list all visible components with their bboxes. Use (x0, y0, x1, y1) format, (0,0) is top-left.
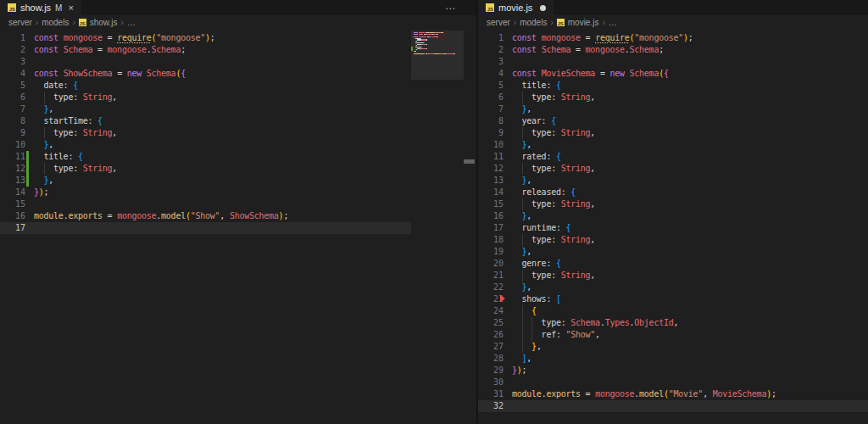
breadcrumb-item-symbol[interactable]: … (609, 18, 617, 27)
line-number[interactable]: 1 (478, 32, 504, 44)
code-line[interactable]: 2const Schema = mongoose.Schema; (478, 44, 868, 56)
line-number[interactable]: 11 (0, 151, 25, 163)
unsaved-changes-icon[interactable] (540, 5, 546, 11)
code-line[interactable]: 12 type: String, (478, 163, 868, 175)
code-line[interactable]: 21 type: String, (478, 270, 868, 282)
line-number[interactable]: 17 (478, 222, 504, 234)
line-number[interactable]: 15 (478, 198, 504, 210)
code-line[interactable]: 26 ref: "Show", (478, 329, 868, 341)
line-number[interactable]: 20 (478, 258, 504, 270)
code-line[interactable]: 10 }, (478, 139, 868, 151)
line-number[interactable]: 19 (478, 246, 504, 258)
line-number[interactable]: 26 (478, 329, 504, 341)
line-number[interactable]: 17 (0, 222, 25, 234)
code-line[interactable]: 9 type: String, (0, 127, 411, 139)
code-line[interactable]: 14}); (0, 187, 411, 198)
line-number[interactable]: 4 (0, 68, 25, 80)
breadcrumb-item-symbol[interactable]: … (127, 18, 136, 27)
line-number[interactable]: 6 (0, 92, 25, 103)
line-number[interactable]: 9 (0, 127, 25, 139)
code-line[interactable]: 3 (478, 56, 868, 68)
code-line[interactable]: 23 shows: [ (478, 293, 868, 305)
line-number[interactable]: 11 (478, 151, 504, 163)
line-number[interactable]: 12 (0, 163, 25, 175)
code-line[interactable]: 2const Schema = mongoose.Schema; (0, 44, 411, 56)
code-line[interactable]: 6 type: String, (0, 92, 411, 103)
line-number[interactable]: 31 (478, 388, 504, 400)
code-line[interactable]: 32 (478, 400, 868, 412)
code-line[interactable]: 17 runtime: { (478, 222, 868, 234)
line-number[interactable]: 5 (478, 80, 504, 92)
line-number[interactable]: 14 (478, 187, 504, 198)
line-number[interactable]: 14 (0, 187, 25, 198)
line-number[interactable]: 13 (478, 175, 504, 187)
breadcrumb-item-models[interactable]: models (520, 18, 547, 27)
code-line[interactable]: 12 type: String, (0, 163, 411, 175)
line-number[interactable]: 8 (478, 115, 504, 127)
code-line[interactable]: 15 (0, 198, 411, 210)
code-line[interactable]: 9 type: String, (478, 127, 868, 139)
line-number[interactable]: 2 (0, 44, 25, 56)
line-number[interactable]: 7 (478, 103, 504, 115)
code-line[interactable]: 25 type: Schema.Types.ObjectId, (478, 317, 868, 329)
code-line[interactable]: 24 { (478, 305, 868, 317)
breadcrumb-item-models[interactable]: models (42, 18, 69, 27)
line-number[interactable]: 9 (478, 127, 504, 139)
line-number[interactable]: 7 (0, 103, 25, 115)
line-number[interactable]: 12 (478, 163, 504, 175)
line-number[interactable]: 3 (478, 56, 504, 68)
line-number[interactable]: 8 (0, 115, 25, 127)
code-line[interactable]: 7 }, (478, 103, 868, 115)
line-number[interactable]: 24 (478, 305, 504, 317)
breadcrumb-item-file[interactable]: movie.js (568, 18, 599, 27)
line-number[interactable]: 29 (478, 365, 504, 377)
code-line[interactable]: 11 rated: { (478, 151, 868, 163)
code-line[interactable]: 19 }, (478, 246, 868, 258)
tab-movie-js[interactable]: JS movie.js (478, 0, 554, 15)
line-number[interactable]: 5 (0, 80, 25, 92)
code-line[interactable]: 14 released: { (478, 187, 868, 198)
line-number[interactable]: 22 (478, 282, 504, 293)
line-number[interactable]: 15 (0, 198, 25, 210)
line-number[interactable]: 10 (0, 139, 25, 151)
code-line[interactable]: 6 type: String, (478, 92, 868, 103)
code-line[interactable]: 8 startTime: { (0, 115, 411, 127)
code-line[interactable]: 29}); (478, 365, 868, 377)
line-number[interactable]: 27 (478, 341, 504, 353)
code-line[interactable]: 8 year: { (478, 115, 868, 127)
code-line[interactable]: 13 }, (478, 175, 868, 187)
code-line[interactable]: 16module.exports = mongoose.model("Show"… (0, 210, 411, 222)
code-line[interactable]: 17 (0, 222, 411, 234)
tab-show-js[interactable]: JS show.js M × (0, 0, 81, 15)
line-number[interactable]: 32 (478, 400, 504, 412)
breadcrumb-item-file[interactable]: show.js (90, 18, 118, 27)
code-line[interactable]: 27 }, (478, 341, 868, 353)
close-tab-icon[interactable]: × (68, 3, 73, 13)
more-actions-icon[interactable]: ⋯ (445, 0, 476, 15)
line-number[interactable]: 16 (0, 210, 25, 222)
breadcrumb-item-server[interactable]: server (487, 18, 510, 27)
code-line[interactable]: 31module.exports = mongoose.model("Movie… (478, 388, 868, 400)
code-line[interactable]: 11 title: { (0, 151, 411, 163)
minimap[interactable] (411, 30, 464, 424)
code-editor-show-js[interactable]: 1const mongoose = require("mongoose");2c… (0, 30, 476, 424)
line-number[interactable]: 10 (478, 139, 504, 151)
code-line[interactable]: 15 type: String, (478, 198, 868, 210)
line-number[interactable]: 2 (478, 44, 504, 56)
code-line[interactable]: 4const MovieSchema = new Schema({ (478, 68, 868, 80)
line-number[interactable]: 13 (0, 175, 25, 187)
line-number[interactable]: 28 (478, 353, 504, 365)
code-line[interactable]: 16 }, (478, 210, 868, 222)
code-line[interactable]: 7 }, (0, 103, 411, 115)
line-number[interactable]: 21 (478, 270, 504, 282)
breadcrumb-item-server[interactable]: server (8, 18, 32, 27)
code-editor-movie-js[interactable]: 1const mongoose = require("mongoose");2c… (478, 30, 868, 424)
line-number[interactable]: 30 (478, 377, 504, 388)
code-line[interactable]: 18 type: String, (478, 234, 868, 246)
line-number[interactable]: 6 (478, 92, 504, 103)
code-line[interactable]: 30 (478, 377, 868, 388)
code-line[interactable]: 3 (0, 56, 411, 68)
code-line[interactable]: 28 ], (478, 353, 868, 365)
line-number[interactable]: 3 (0, 56, 25, 68)
line-number[interactable]: 4 (478, 68, 504, 80)
